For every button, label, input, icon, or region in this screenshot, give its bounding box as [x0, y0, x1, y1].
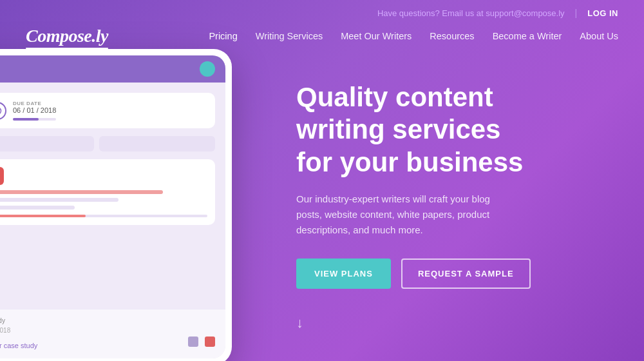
card-line-2: [0, 198, 118, 202]
tablet-buttons-row: [0, 136, 215, 151]
tablet-avatar: [200, 61, 215, 77]
bottom-link[interactable]: k to our case study: [0, 342, 37, 349]
header: Have questions? Email us at support@comp…: [0, 0, 644, 55]
hero-title: Quality content writing services for you…: [296, 81, 541, 179]
tablet-content: DUE DATE 06 / 01 / 2018 1: [0, 83, 225, 242]
nav-item-resources[interactable]: Resources: [430, 31, 474, 41]
hero-description: Our industry-expert writers will craft y…: [296, 191, 502, 238]
cta-buttons: VIEW PLANS REQUEST A SAMPLE: [296, 259, 618, 289]
nav-item-about-us[interactable]: About Us: [580, 31, 618, 41]
tablet-bottom: rdy 2018 k to our case study: [0, 309, 225, 358]
view-plans-button[interactable]: VIEW PLANS: [296, 259, 391, 289]
main-content: DUE DATE 06 / 01 / 2018 1: [0, 55, 644, 360]
login-link[interactable]: LOG IN: [587, 8, 618, 18]
due-label: DUE DATE: [13, 101, 56, 106]
logo[interactable]: Compose.ly: [26, 26, 108, 46]
nav-item-pricing[interactable]: Pricing: [209, 31, 237, 41]
tablet-card: 1: [0, 159, 215, 225]
card-progress: [0, 215, 207, 217]
top-bar: Have questions? Email us at support@comp…: [26, 0, 618, 22]
support-text: Have questions? Email us at support@comp…: [377, 8, 565, 18]
nav-item-become-writer[interactable]: Become a Writer: [493, 31, 562, 41]
due-value: 06 / 01 / 2018: [13, 106, 56, 114]
nav-bar: Compose.ly Pricing Writing Services Meet…: [26, 22, 618, 55]
bottom-icons: [188, 337, 215, 347]
nav-item-writing-services[interactable]: Writing Services: [256, 31, 323, 41]
trash-icon[interactable]: [205, 337, 215, 347]
bottom-label: rdy: [0, 317, 215, 324]
tablet-top-bar: [0, 55, 225, 83]
nav-links: Pricing Writing Services Meet Our Writer…: [209, 30, 618, 42]
due-date-card: DUE DATE 06 / 01 / 2018: [0, 93, 215, 128]
bottom-date: 2018: [0, 327, 215, 334]
tablet-btn-2[interactable]: [99, 136, 215, 151]
nav-item-meet-writers[interactable]: Meet Our Writers: [341, 31, 412, 41]
due-date-text: DUE DATE 06 / 01 / 2018: [13, 101, 56, 121]
scroll-down-icon[interactable]: ↓: [296, 315, 618, 331]
hero-section: Quality content writing services for you…: [258, 55, 644, 331]
progress-bar: [13, 118, 56, 121]
tablet-btn-1[interactable]: [0, 136, 94, 151]
edit-icon[interactable]: [188, 337, 198, 347]
request-sample-button[interactable]: REQUEST A SAMPLE: [401, 259, 531, 289]
clock-icon: [0, 102, 6, 120]
tablet-mockup: DUE DATE 06 / 01 / 2018 1: [0, 49, 232, 361]
tablet-inner: DUE DATE 06 / 01 / 2018 1: [0, 55, 225, 358]
divider: |: [575, 8, 578, 18]
card-line-1: [0, 190, 163, 194]
svg-point-0: [0, 107, 1, 114]
card-badge: 1: [0, 167, 4, 185]
card-line-3: [0, 206, 75, 210]
